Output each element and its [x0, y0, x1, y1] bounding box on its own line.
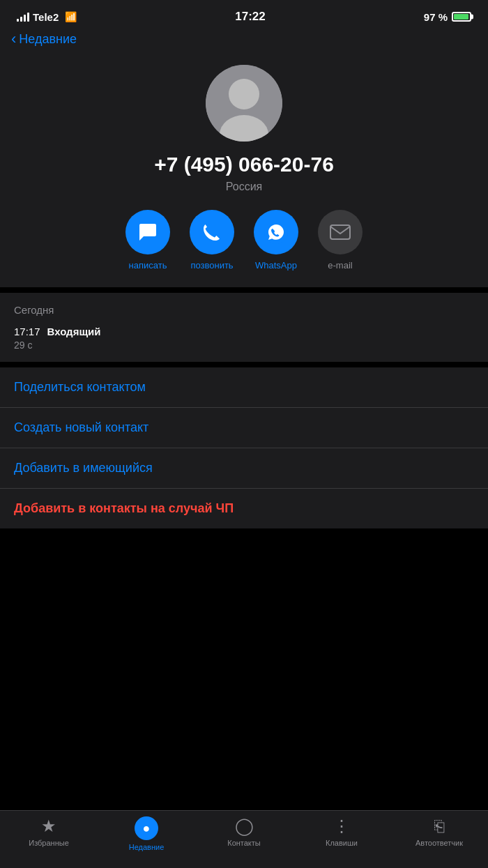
- add-existing-label: Добавить в имеющийся: [14, 461, 153, 475]
- tab-contacts[interactable]: ◯ Контакты: [195, 816, 293, 851]
- email-icon: [330, 224, 351, 240]
- action-call[interactable]: позвонить: [190, 210, 234, 271]
- whatsapp-circle: [254, 210, 298, 254]
- dark-filler: [0, 528, 488, 810]
- call-icon: [201, 221, 223, 243]
- tab-voicemail[interactable]: ⎗ Автоответчик: [390, 816, 488, 851]
- person-icon: ◯: [235, 816, 254, 836]
- signal-bars: [17, 12, 29, 22]
- tab-keypad-label: Клавиши: [326, 839, 358, 847]
- wifi-icon: 📶: [65, 11, 77, 22]
- tab-keypad[interactable]: ⋮ Клавиши: [293, 816, 390, 851]
- call-history-title: Сегодня: [14, 304, 474, 316]
- svg-rect-4: [330, 225, 350, 239]
- signal-bar-4: [27, 13, 29, 22]
- message-label: написать: [129, 260, 167, 271]
- keypad-icon: ⋮: [333, 816, 350, 836]
- avatar: [206, 65, 282, 142]
- call-time: 17:17: [14, 326, 40, 337]
- emergency-item[interactable]: Добавить в контакты на случай ЧП: [0, 489, 488, 528]
- clock-icon: ●: [143, 821, 151, 836]
- phone-number: +7 (495) 066-20-76: [154, 153, 334, 176]
- message-circle: [125, 210, 170, 254]
- create-contact-item[interactable]: Создать новый контакт: [0, 408, 488, 448]
- add-existing-item[interactable]: Добавить в имеющийся: [0, 448, 488, 489]
- signal-bar-2: [20, 17, 22, 22]
- voicemail-icon: ⎗: [434, 816, 444, 836]
- status-right: 97 %: [424, 11, 471, 23]
- emergency-label: Добавить в контакты на случай ЧП: [14, 501, 234, 515]
- email-label: e-mail: [328, 260, 352, 271]
- action-message[interactable]: написать: [125, 210, 170, 271]
- tab-voicemail-label: Автоответчик: [415, 839, 463, 847]
- action-whatsapp[interactable]: WhatsApp: [254, 210, 298, 271]
- svg-point-1: [229, 79, 259, 109]
- back-button[interactable]: ‹ Недавние: [11, 32, 477, 47]
- section-divider-2: [0, 362, 488, 367]
- whatsapp-label: WhatsApp: [255, 260, 297, 271]
- share-contact-label: Поделиться контактом: [14, 380, 146, 394]
- call-row: 17:17 Входящий 29 с: [14, 323, 474, 356]
- tab-favorites[interactable]: ★ Избранные: [0, 816, 98, 851]
- section-divider-1: [0, 287, 488, 293]
- call-history-section: Сегодня 17:17 Входящий 29 с: [0, 293, 488, 362]
- create-contact-label: Создать новый контакт: [14, 420, 148, 434]
- nav-bar: ‹ Недавние: [0, 29, 488, 54]
- carrier-name: Tele2: [33, 11, 59, 23]
- call-type: Входящий: [47, 326, 101, 337]
- share-contact-item[interactable]: Поделиться контактом: [0, 367, 488, 408]
- call-time-row: 17:17 Входящий: [14, 326, 474, 337]
- status-time: 17:22: [235, 10, 265, 24]
- action-buttons: написать позвонить WhatsApp: [125, 210, 363, 271]
- message-icon: [137, 221, 159, 243]
- call-circle: [190, 210, 234, 254]
- tab-contacts-label: Контакты: [227, 839, 261, 847]
- back-label: Недавние: [19, 32, 77, 47]
- status-bar: Tele2 📶 17:22 97 %: [0, 0, 488, 29]
- battery-icon: [452, 12, 471, 22]
- call-duration: 29 с: [14, 340, 474, 351]
- battery-body: [452, 12, 471, 22]
- signal-bar-1: [17, 19, 19, 22]
- email-circle: [318, 210, 363, 254]
- star-icon: ★: [41, 816, 56, 836]
- recents-circle: ●: [135, 816, 158, 840]
- call-label: позвонить: [190, 260, 233, 271]
- back-chevron-icon: ‹: [11, 31, 16, 47]
- signal-bar-3: [24, 15, 26, 22]
- whatsapp-icon: [264, 220, 288, 244]
- battery-fill: [454, 14, 468, 20]
- tab-favorites-label: Избранные: [29, 839, 69, 847]
- contact-section: +7 (495) 066-20-76 Россия написать позво…: [0, 54, 488, 287]
- battery-percent: 97 %: [424, 11, 448, 23]
- action-email[interactable]: e-mail: [318, 210, 363, 271]
- country-label: Россия: [226, 181, 262, 193]
- menu-section: Поделиться контактом Создать новый конта…: [0, 367, 488, 528]
- tab-bar: ★ Избранные ● Недавние ◯ Контакты ⋮ Клав…: [0, 810, 488, 868]
- status-left: Tele2 📶: [17, 11, 77, 23]
- tab-recents-label: Недавние: [129, 843, 165, 851]
- tab-recents[interactable]: ● Недавние: [98, 816, 195, 851]
